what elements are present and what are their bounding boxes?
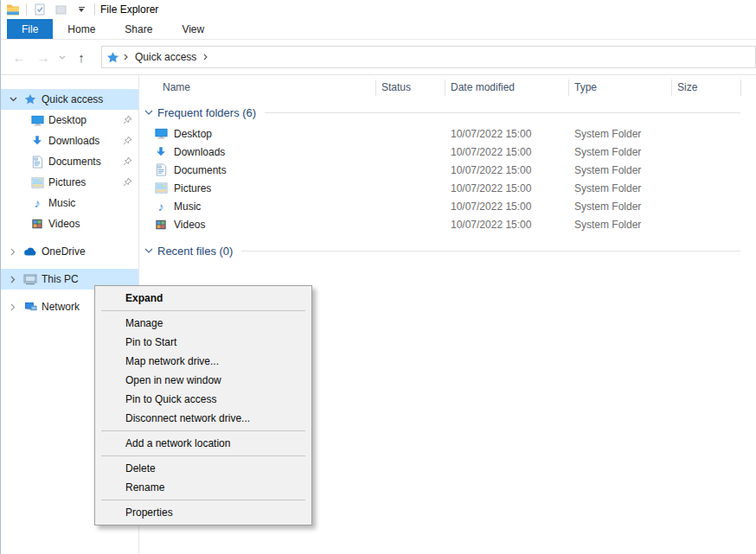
- group-label: Recent files (0): [157, 245, 233, 258]
- pin-icon: [123, 115, 132, 127]
- titlebar-separator: [94, 3, 95, 16]
- file-name: Documents: [174, 164, 227, 176]
- sidebar-item-quick-access[interactable]: Quick access: [1, 89, 138, 110]
- qat-new-folder-button[interactable]: [53, 2, 68, 17]
- menu-item-map-network-drive[interactable]: Map network drive...: [95, 352, 311, 371]
- sidebar-item-label: Quick access: [42, 93, 103, 105]
- file-name: Downloads: [174, 146, 225, 158]
- forward-icon: →: [37, 50, 50, 65]
- column-header-date-modified[interactable]: Date modified: [445, 80, 569, 96]
- new-folder-icon: [55, 4, 67, 16]
- breadcrumb-chevron-icon: [122, 54, 130, 60]
- sidebar-item-label: Videos: [48, 218, 80, 230]
- music-icon: ♪: [30, 196, 44, 210]
- menu-item-expand[interactable]: Expand: [95, 289, 311, 308]
- menu-item-disconnect-network-drive[interactable]: Disconnect network drive...: [95, 409, 311, 428]
- file-date-modified: 10/07/2022 15:00: [445, 201, 569, 213]
- file-date-modified: 10/07/2022 15:00: [445, 182, 569, 194]
- downloads-icon: [154, 145, 168, 159]
- menu-item-open-in-new-window[interactable]: Open in new window: [95, 371, 311, 390]
- file-row-music[interactable]: ♪ Music 10/07/2022 15:00 System Folder: [139, 197, 756, 215]
- pin-icon: [123, 136, 132, 148]
- back-icon: ←: [13, 50, 26, 65]
- group-header-frequent-folders[interactable]: Frequent folders (6): [139, 100, 756, 124]
- up-button[interactable]: ↑: [70, 46, 93, 68]
- breadcrumb-chevron-icon: [202, 54, 209, 60]
- chevron-right-icon[interactable]: [8, 248, 18, 256]
- onedrive-cloud-icon: [23, 245, 37, 258]
- file-type: System Folder: [569, 164, 672, 176]
- back-button[interactable]: ←: [8, 46, 30, 68]
- menu-item-manage[interactable]: Manage: [95, 314, 311, 333]
- sidebar-item-downloads[interactable]: Downloads: [1, 131, 138, 151]
- sidebar-item-label: This PC: [42, 273, 79, 285]
- videos-icon: [30, 217, 44, 231]
- forward-button[interactable]: →: [32, 46, 54, 68]
- menu-item-pin-to-start[interactable]: Pin to Start: [95, 333, 311, 352]
- sidebar-item-label: Downloads: [48, 135, 99, 147]
- tab-view[interactable]: View: [167, 19, 219, 39]
- file-row-desktop[interactable]: Desktop 10/07/2022 15:00 System Folder: [139, 124, 756, 143]
- menu-item-pin-to-quick-access[interactable]: Pin to Quick access: [95, 390, 311, 409]
- chevron-down-icon: [144, 248, 153, 254]
- chevron-right-icon[interactable]: [8, 276, 18, 283]
- sidebar-item-onedrive[interactable]: OneDrive: [1, 241, 138, 262]
- group-label: Frequent folders (6): [157, 106, 256, 119]
- tab-home[interactable]: Home: [53, 19, 110, 39]
- sidebar-item-pictures[interactable]: Pictures: [1, 172, 138, 193]
- documents-icon: [30, 155, 44, 169]
- breadcrumb-quick-access[interactable]: Quick access: [132, 51, 199, 63]
- sidebar-item-videos[interactable]: Videos: [1, 213, 138, 234]
- column-header-status[interactable]: Status: [376, 80, 445, 96]
- column-header-type[interactable]: Type: [569, 80, 672, 96]
- qat-customize-dropdown-button[interactable]: [74, 2, 89, 17]
- menu-separator: [101, 310, 305, 311]
- qat-properties-button[interactable]: [32, 2, 48, 17]
- tab-share[interactable]: Share: [110, 19, 167, 39]
- file-name: Music: [174, 201, 201, 213]
- menu-separator: [101, 500, 305, 500]
- desktop-icon: [154, 127, 168, 141]
- file-date-modified: 10/07/2022 15:00: [445, 164, 569, 176]
- file-row-downloads[interactable]: Downloads 10/07/2022 15:00 System Folder: [139, 143, 756, 161]
- menu-item-rename[interactable]: Rename: [95, 478, 311, 497]
- file-row-pictures[interactable]: Pictures 10/07/2022 15:00 System Folder: [139, 179, 756, 197]
- group-header-recent-files[interactable]: Recent files (0): [139, 239, 756, 263]
- downloads-icon: [30, 134, 44, 148]
- file-type: System Folder: [569, 182, 672, 194]
- this-pc-monitor-icon: [23, 272, 37, 286]
- recent-locations-button[interactable]: [56, 46, 68, 68]
- tab-file[interactable]: File: [7, 19, 53, 39]
- menu-item-add-a-network-location[interactable]: Add a network location: [95, 434, 311, 453]
- up-icon: ↑: [78, 50, 85, 65]
- file-name: Desktop: [174, 128, 212, 140]
- videos-icon: [154, 218, 168, 232]
- this-pc-context-menu: Expand Manage Pin to Start Map network d…: [94, 285, 312, 525]
- file-type: System Folder: [569, 146, 672, 158]
- sidebar-item-documents[interactable]: Documents: [1, 151, 138, 172]
- column-header-size[interactable]: Size: [672, 80, 741, 96]
- sidebar-item-label: OneDrive: [42, 245, 86, 258]
- file-row-documents[interactable]: Documents 10/07/2022 15:00 System Folder: [139, 161, 756, 179]
- sidebar-item-label: Pictures: [48, 176, 86, 188]
- sidebar-item-music[interactable]: ♪ Music: [1, 193, 138, 213]
- file-name: Pictures: [174, 182, 211, 194]
- file-type: System Folder: [569, 128, 672, 140]
- menu-separator: [101, 455, 305, 456]
- column-header-name[interactable]: Name: [139, 80, 376, 96]
- menu-item-properties[interactable]: Properties: [95, 503, 311, 522]
- column-header-row: Name Status Date modified Type Size: [139, 75, 756, 100]
- chevron-right-icon[interactable]: [8, 303, 18, 311]
- titlebar-separator: [26, 3, 27, 16]
- navigation-bar: ← → ↑ Quick access: [1, 40, 756, 75]
- pin-icon: [123, 156, 132, 169]
- sidebar-item-label: Music: [48, 197, 75, 209]
- music-icon: ♪: [154, 200, 168, 213]
- file-row-videos[interactable]: Videos 10/07/2022 15:00 System Folder: [139, 215, 756, 233]
- address-bar[interactable]: Quick access: [101, 46, 756, 68]
- menu-item-delete[interactable]: Delete: [95, 459, 311, 478]
- sidebar-item-desktop[interactable]: Desktop: [1, 110, 138, 131]
- chevron-down-icon: [59, 55, 66, 60]
- chevron-down-icon: [144, 110, 153, 116]
- chevron-down-icon[interactable]: [8, 97, 18, 102]
